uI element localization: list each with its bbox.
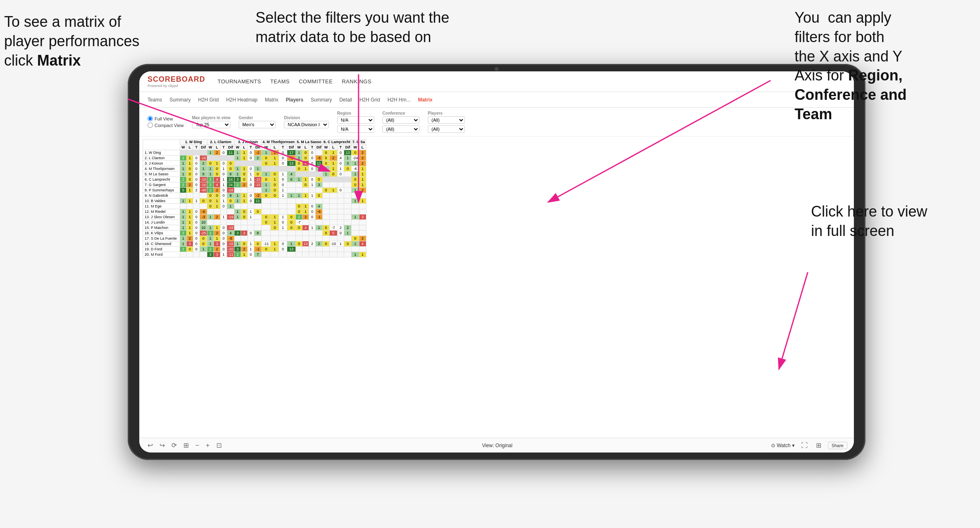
- filter-conference-select[interactable]: (All): [382, 116, 420, 124]
- cell-18-6: 0: [220, 247, 227, 252]
- cell-18-24: [352, 247, 359, 252]
- watch-label[interactable]: ⊙ Watch ▾: [771, 443, 794, 448]
- cell-18-25: [359, 247, 366, 252]
- cell-16-25: 2: [359, 236, 366, 241]
- fit-btn[interactable]: ⊡: [215, 441, 223, 450]
- cell-11-19: -6: [316, 209, 323, 214]
- cell-7-11: [254, 188, 262, 193]
- sub-nav-teams[interactable]: Teams: [148, 97, 162, 103]
- cell-3-17: 1: [302, 166, 309, 172]
- nav-committee[interactable]: COMMITTEE: [299, 78, 333, 85]
- zoom-in-btn[interactable]: +: [204, 441, 211, 450]
- sub-nav-h2hm[interactable]: H2H Hm...: [387, 97, 410, 103]
- app-nav: SCOREBOARD Powered by clippd TOURNAMENTS…: [139, 71, 854, 92]
- cell-19-6: 1: [220, 252, 227, 257]
- cell-2-17: 4: [302, 161, 309, 166]
- cell-4-16: [296, 172, 302, 177]
- cell-3-20: 1: [323, 166, 330, 172]
- cell-13-24: [352, 220, 359, 225]
- cell-10-1: [187, 204, 193, 209]
- cell-18-4: 2: [207, 247, 214, 252]
- zoom-out-btn[interactable]: −: [194, 441, 201, 450]
- cell-19-1: [187, 252, 193, 257]
- cell-3-13: [271, 166, 279, 172]
- sub-nav-players[interactable]: Players: [286, 97, 303, 103]
- sub-nav-detail[interactable]: Detail: [339, 97, 352, 103]
- sub-nav-h2h-grid2[interactable]: H2H Grid: [359, 97, 380, 103]
- nav-tournaments[interactable]: TOURNAMENTS: [218, 78, 261, 85]
- filter-gender-label: Gender: [239, 116, 276, 120]
- undo-btn[interactable]: ↩: [146, 441, 155, 450]
- cell-11-3: -6: [200, 209, 207, 214]
- cell-17-23: 0: [344, 241, 352, 247]
- cell-15-10: 0: [248, 231, 254, 236]
- filter-division-select[interactable]: NCAA Division I: [284, 121, 329, 128]
- cell-10-7: 1: [227, 204, 234, 209]
- nav-rankings[interactable]: RANKINGS: [342, 78, 371, 85]
- table-row: 13. J Skov Olesen110-3121-191010110220-1…: [143, 214, 366, 220]
- cell-6-7: 24: [227, 182, 234, 188]
- cell-13-18: [309, 220, 316, 225]
- filter-gender-select[interactable]: Men's: [239, 121, 276, 128]
- cell-15-11: 8: [254, 231, 262, 236]
- cell-8-2: [193, 193, 200, 198]
- cell-13-12: 0: [262, 220, 271, 225]
- cell-13-25: [359, 220, 366, 225]
- cell-16-4: 1: [207, 236, 214, 241]
- grid-btn[interactable]: ⊞: [814, 441, 823, 450]
- fullscreen-btn[interactable]: ⛶: [799, 441, 809, 450]
- cell-0-20: 0: [323, 150, 330, 156]
- cell-6-5: 4: [214, 182, 220, 188]
- cell-12-24: 1: [352, 214, 359, 220]
- filter-region-select[interactable]: N/A: [337, 116, 374, 124]
- sub-nav-h2h-heatmap[interactable]: H2H Heatmap: [226, 97, 258, 103]
- cell-1-14: 0: [279, 156, 287, 161]
- filter-players-select2[interactable]: (All): [428, 125, 465, 133]
- cell-15-2: 0: [193, 231, 200, 236]
- filter-max-players-label: Max players in view: [192, 116, 230, 120]
- cell-16-6: 0: [220, 236, 227, 241]
- cell-16-19: [316, 236, 323, 241]
- cell-2-5: 1: [214, 161, 220, 166]
- cell-1-12: 0: [262, 156, 271, 161]
- row-header-12: 13. J Skov Olesen: [143, 214, 180, 220]
- radio-compact-view[interactable]: Compact View: [148, 123, 184, 128]
- cell-6-14: 0: [279, 182, 287, 188]
- share-btn[interactable]: Share: [828, 442, 847, 449]
- sub-nav-matrix[interactable]: Matrix: [265, 97, 279, 103]
- cell-4-18: [309, 172, 316, 177]
- cell-9-4: 0: [207, 198, 214, 204]
- filter-conference-select2[interactable]: (All): [382, 125, 420, 133]
- cell-18-20: [323, 247, 330, 252]
- table-row: 2. L Clanton210-161102010-1100-60241-242: [143, 156, 366, 161]
- sub-nav-h2h-grid[interactable]: H2H Grid: [198, 97, 219, 103]
- cell-2-2: 0: [193, 161, 200, 166]
- cell-19-5: 3: [214, 252, 220, 257]
- sub-nav-players-summary[interactable]: Summary: [311, 97, 332, 103]
- radio-full-view[interactable]: Full View: [148, 116, 184, 121]
- cell-18-12: 0: [262, 247, 271, 252]
- cell-16-0: 1: [180, 236, 187, 241]
- refresh-btn[interactable]: ⟳: [170, 441, 178, 450]
- cell-1-10: 0: [248, 156, 254, 161]
- cell-14-4: 1: [207, 225, 214, 231]
- settings-btn[interactable]: ⊞: [182, 441, 190, 450]
- col-header-5: 5. M La Sasso: [296, 139, 323, 145]
- cell-16-21: [329, 236, 337, 241]
- sub-nav-summary[interactable]: Summary: [169, 97, 190, 103]
- cell-7-17: [302, 188, 309, 193]
- sub-nav-matrix-active[interactable]: Matrix: [418, 97, 432, 103]
- nav-teams[interactable]: TEAMS: [270, 78, 290, 85]
- cell-10-6: 0: [220, 204, 227, 209]
- cell-5-18: 0: [309, 177, 316, 182]
- cell-11-0: 1: [180, 209, 187, 214]
- row-header-6: 7. G Sargent: [143, 182, 180, 188]
- cell-16-13: [271, 236, 279, 241]
- filter-players-select[interactable]: (All): [428, 116, 465, 124]
- filter-region-select2[interactable]: N/A: [337, 125, 374, 133]
- cell-2-21: 1: [329, 161, 337, 166]
- cell-17-19: 2: [316, 241, 323, 247]
- redo-btn[interactable]: ↪: [158, 441, 166, 450]
- filter-max-players-select[interactable]: Top 25: [192, 121, 230, 128]
- tablet-frame: SCOREBOARD Powered by clippd TOURNAMENTS…: [128, 64, 865, 460]
